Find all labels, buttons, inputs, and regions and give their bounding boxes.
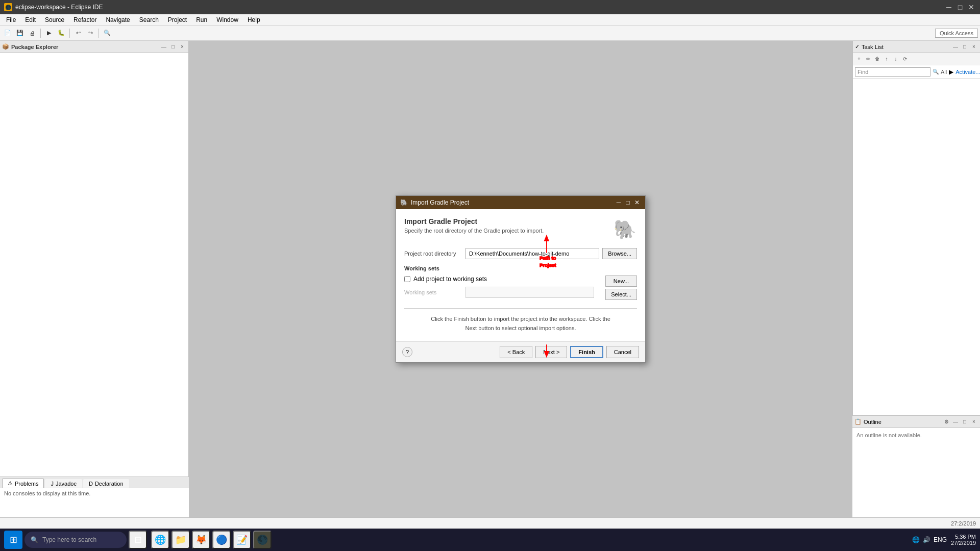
cancel-button[interactable]: Cancel xyxy=(606,346,639,358)
dialog-titlebar-controls: ─ □ ✕ xyxy=(615,198,641,207)
outline-settings-btn[interactable]: ⚙ xyxy=(942,418,950,426)
taskbar-ie[interactable]: 🌐 xyxy=(151,531,169,549)
keyboard-layout: ENG xyxy=(934,536,947,543)
dialog-description: Specify the root directory of the Gradle… xyxy=(404,228,544,234)
add-to-working-sets-label: Add project to working sets xyxy=(413,276,487,283)
taskbar-task-view[interactable]: ⊟ xyxy=(129,531,147,549)
run-button[interactable]: ▶ xyxy=(43,28,55,39)
dialog-minimize-btn[interactable]: ─ xyxy=(615,198,623,207)
dialog-info-line1: Click the Finish button to import the pr… xyxy=(431,316,610,322)
right-panels: ✓ Task List — □ × + ✏ 🗑 ↑ ↓ xyxy=(852,41,980,517)
package-explorer-title: Package Explorer xyxy=(11,44,58,50)
help-button[interactable]: ? xyxy=(402,347,412,357)
task-maximize-btn[interactable]: □ xyxy=(961,43,969,51)
debug-button[interactable]: 🐛 xyxy=(56,28,67,39)
save-button[interactable]: 💾 xyxy=(14,28,26,39)
working-sets-section-title: Working sets xyxy=(404,265,637,271)
browse-button[interactable]: Browse... xyxy=(602,248,637,259)
select-working-set-button[interactable]: Select... xyxy=(605,289,637,300)
no-outline-text: An outline is not available. xyxy=(856,432,922,438)
tab-declaration-label: Declaration xyxy=(95,481,124,487)
menu-search[interactable]: Search xyxy=(135,15,163,24)
add-to-working-sets-checkbox[interactable] xyxy=(404,276,410,282)
task-list-icon: ✓ xyxy=(855,43,860,50)
menu-refactor[interactable]: Refactor xyxy=(69,15,101,24)
task-activate-label[interactable]: Activate... xyxy=(955,69,980,75)
dialog-close-btn[interactable]: ✕ xyxy=(633,198,641,207)
panel-minimize-btn[interactable]: — xyxy=(160,43,168,51)
finish-button[interactable]: Finish xyxy=(570,346,603,358)
bottom-content: No consoles to display at this time. xyxy=(0,488,189,517)
center-content: 🐘 Import Gradle Project ─ □ ✕ xyxy=(189,41,852,517)
task-sync-btn[interactable]: ⟳ xyxy=(901,55,909,63)
package-explorer-icon: 📦 xyxy=(2,43,9,50)
working-sets-input[interactable] xyxy=(465,287,594,298)
outline-maximize-btn[interactable]: □ xyxy=(961,418,969,426)
toolbar-sep-3 xyxy=(99,29,99,38)
no-console-text: No consoles to display at this time. xyxy=(4,490,90,496)
taskbar-firefox[interactable]: 🦊 xyxy=(192,531,210,549)
tab-javadoc[interactable]: J Javadoc xyxy=(45,479,82,488)
quick-access[interactable]: Quick Access xyxy=(935,29,978,38)
taskbar-explorer[interactable]: 📁 xyxy=(172,531,190,549)
task-separator: ▶ xyxy=(949,68,953,76)
outline-minimize-btn[interactable]: — xyxy=(951,418,960,426)
task-toolbar-btn2[interactable]: ✏ xyxy=(864,55,872,63)
dialog-restore-btn[interactable]: □ xyxy=(624,198,632,207)
menu-source[interactable]: Source xyxy=(41,15,68,24)
left-side: 📦 Package Explorer — □ × xyxy=(0,41,189,517)
taskbar-note[interactable]: 📝 xyxy=(233,531,251,549)
menu-project[interactable]: Project xyxy=(164,15,191,24)
task-toolbar-btn5[interactable]: ↓ xyxy=(892,55,900,63)
menu-run[interactable]: Run xyxy=(192,15,211,24)
working-sets-row: Working sets xyxy=(404,287,594,298)
task-toolbar-btn1[interactable]: + xyxy=(855,55,863,63)
redo-button[interactable]: ↪ xyxy=(85,28,96,39)
status-bar: 27:2/2019 xyxy=(0,517,980,529)
minimize-button[interactable]: ─ xyxy=(944,3,953,12)
print-button[interactable]: 🖨 xyxy=(27,28,38,39)
dialog-header-text: Import Gradle Project Specify the root d… xyxy=(404,217,544,234)
outline-icon: 📋 xyxy=(854,418,862,425)
eclipse-window: 🌑 eclipse-workspace - Eclipse IDE ─ □ ✕ … xyxy=(0,0,980,551)
taskbar-clock: 5:36 PM 27/2/2019 xyxy=(951,534,976,546)
panel-maximize-btn[interactable]: □ xyxy=(169,43,177,51)
start-button[interactable]: ⊞ xyxy=(4,531,22,549)
working-sets-label: Working sets xyxy=(404,289,465,295)
toolbar-sep-2 xyxy=(69,29,70,38)
task-find-input[interactable] xyxy=(855,67,930,77)
menu-help[interactable]: Help xyxy=(243,15,264,24)
task-toolbar-btn4[interactable]: ↑ xyxy=(883,55,891,63)
new-button[interactable]: 📄 xyxy=(2,28,13,39)
undo-button[interactable]: ↩ xyxy=(72,28,84,39)
task-close-btn[interactable]: × xyxy=(970,43,978,51)
dialog-separator xyxy=(404,308,637,309)
new-working-set-button[interactable]: New... xyxy=(605,276,637,287)
back-button[interactable]: < Back xyxy=(500,346,532,358)
task-find-btn[interactable]: 🔍 xyxy=(933,68,939,76)
network-icon: 🌐 xyxy=(912,536,920,543)
maximize-button[interactable]: □ xyxy=(955,3,965,12)
next-button[interactable]: Next > xyxy=(535,346,567,358)
project-root-input[interactable] xyxy=(465,248,599,259)
menu-navigate[interactable]: Navigate xyxy=(102,15,134,24)
panel-header-btns: — □ × xyxy=(160,43,186,51)
close-button[interactable]: ✕ xyxy=(967,3,976,12)
task-minimize-btn[interactable]: — xyxy=(951,43,960,51)
tab-problems-label: Problems xyxy=(15,481,38,487)
search-toolbar-button[interactable]: 🔍 xyxy=(102,28,113,39)
task-toolbar-btn3[interactable]: 🗑 xyxy=(873,55,881,63)
title-bar-controls: ─ □ ✕ xyxy=(944,3,976,12)
tab-problems[interactable]: ⚠ Problems xyxy=(2,479,44,488)
panel-close-btn[interactable]: × xyxy=(178,43,186,51)
menu-file[interactable]: File xyxy=(2,15,20,24)
taskbar-eclipse[interactable]: 🌑 xyxy=(253,531,272,549)
outline-close-btn[interactable]: × xyxy=(970,418,978,426)
menu-edit[interactable]: Edit xyxy=(21,15,40,24)
menu-window[interactable]: Window xyxy=(212,15,242,24)
task-list-toolbar: + ✏ 🗑 ↑ ↓ ⟳ xyxy=(853,53,980,65)
tab-declaration[interactable]: D Declaration xyxy=(83,479,129,488)
taskbar-chrome[interactable]: 🔵 xyxy=(212,531,231,549)
taskbar-search[interactable]: 🔍 Type here to search xyxy=(24,532,127,548)
dialog-title: Import Gradle Project xyxy=(411,199,469,206)
